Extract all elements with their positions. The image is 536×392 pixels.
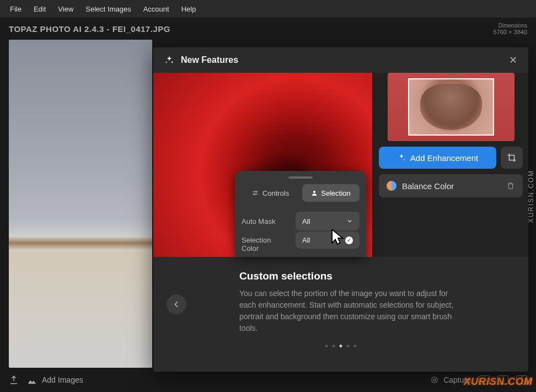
dropdown-option-all[interactable]: All ✓ (296, 232, 360, 249)
auto-mask-dropdown[interactable]: All All ✓ (296, 212, 360, 230)
panel-handle[interactable] (288, 176, 313, 179)
menubar: File Edit View Select Images Account Hel… (0, 0, 536, 18)
app-title: TOPAZ PHOTO AI 2.4.3 - FEI_0417.JPG (9, 24, 170, 34)
menu-file[interactable]: File (4, 3, 27, 15)
dot-1[interactable] (333, 345, 335, 347)
feature-description: Custom selections You can select the por… (153, 257, 528, 355)
feature-body: You can select the portion of the image … (239, 288, 460, 334)
svg-point-1 (433, 379, 436, 381)
menu-view[interactable]: View (52, 3, 79, 15)
check-icon: ✓ (345, 237, 353, 244)
auto-mask-row: Auto Mask All All ✓ (242, 212, 360, 230)
menu-account[interactable]: Account (138, 3, 175, 15)
feature-carousel: Controls Selection Auto Mask All All ✓ (153, 73, 528, 257)
tab-controls[interactable]: Controls (242, 184, 299, 202)
titlebar: TOPAZ PHOTO AI 2.4.3 - FEI_0417.JPG Dime… (0, 18, 536, 40)
enhancement-column: Add Enhancement Balance Color (379, 73, 528, 257)
cursor-icon (330, 228, 346, 248)
menu-help[interactable]: Help (176, 3, 202, 15)
add-enhancement-button[interactable]: Add Enhancement (379, 147, 496, 169)
trash-icon[interactable] (506, 181, 515, 190)
modal-title: New Features (181, 55, 238, 65)
thumbnail[interactable] (388, 73, 514, 141)
sparkle-icon (397, 153, 406, 162)
selection-color-label: Selection Color (242, 236, 290, 253)
side-watermark: XURISN.COM (527, 169, 535, 223)
balance-color-item[interactable]: Balance Color (379, 174, 523, 197)
image-preview[interactable] (9, 40, 152, 368)
chevron-down-icon (346, 218, 353, 224)
dot-0[interactable] (325, 345, 328, 347)
auto-mask-label: Auto Mask (242, 217, 290, 225)
add-images-button[interactable]: Add Images (28, 375, 83, 384)
arrow-left-icon (172, 300, 181, 309)
svg-point-2 (255, 191, 256, 192)
svg-point-0 (432, 377, 438, 383)
tab-selection[interactable]: Selection (302, 184, 360, 202)
menu-select-images[interactable]: Select Images (80, 3, 136, 15)
crop-button[interactable] (501, 147, 523, 169)
previous-button[interactable] (167, 294, 186, 314)
svg-point-4 (313, 191, 315, 193)
dot-2[interactable] (340, 345, 342, 347)
selection-panel: Controls Selection Auto Mask All All ✓ (235, 171, 366, 257)
new-features-modal: New Features ✕ Controls Selection Auto M… (153, 47, 528, 372)
crop-icon (507, 153, 517, 163)
export-button[interactable] (9, 375, 19, 385)
close-icon[interactable]: ✕ (509, 54, 517, 66)
feature-heading: Custom selections (239, 270, 508, 282)
modal-header: New Features ✕ (153, 47, 528, 73)
dot-3[interactable] (347, 345, 350, 347)
dimensions-readout: Dimensions 5760 × 3840 (494, 23, 527, 35)
svg-point-3 (254, 194, 255, 195)
sparkle-icon (164, 55, 174, 65)
carousel-dots (325, 345, 357, 347)
panel-tabs: Controls Selection (242, 184, 360, 202)
watermark: XURISN.COM (464, 376, 533, 388)
menu-edit[interactable]: Edit (28, 3, 51, 15)
balance-color-icon (387, 181, 396, 191)
dot-4[interactable] (354, 345, 357, 347)
